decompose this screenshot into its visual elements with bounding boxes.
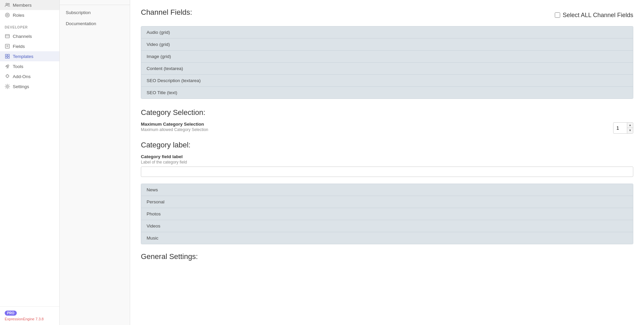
sidebar-channels-item[interactable]: Channels <box>0 31 59 41</box>
sidebar-bottom: PRO ExpressionEngine 7.3.8 <box>0 306 59 325</box>
sidebar-item-label: Tools <box>13 64 23 69</box>
svg-point-3 <box>7 14 8 16</box>
max-category-spinner[interactable]: ▲ ▼ <box>613 122 633 134</box>
sidebar-item-label: Members <box>13 3 32 8</box>
category-label-section: Category label: Category field label Lab… <box>141 141 633 244</box>
svg-rect-6 <box>5 44 9 48</box>
templates-icon <box>5 54 10 59</box>
svg-point-2 <box>5 13 9 17</box>
ee-version: ExpressionEngine 7.3.8 <box>5 317 55 321</box>
tools-icon <box>5 64 10 69</box>
max-category-label: Maximum Category Selection <box>141 122 613 127</box>
field-item[interactable]: Audio (grid) <box>141 26 633 39</box>
fields-icon <box>5 44 10 49</box>
spinner-down-button[interactable]: ▼ <box>627 128 633 133</box>
select-all-label[interactable]: Select ALL Channel Fields <box>555 12 633 19</box>
field-item[interactable]: Image (grid) <box>141 51 633 63</box>
roles-icon <box>5 12 10 18</box>
sidebar: Members Roles DEVELOPER Channels Fields <box>0 0 60 325</box>
developer-section-label: DEVELOPER <box>0 20 59 31</box>
category-label-title: Category label: <box>141 141 633 149</box>
channel-fields-list: Audio (grid) Video (grid) Image (grid) C… <box>141 26 633 99</box>
select-all-checkbox[interactable] <box>555 12 560 18</box>
field-item[interactable]: Video (grid) <box>141 39 633 51</box>
category-selection-title: Category Selection: <box>141 108 633 117</box>
svg-rect-9 <box>5 54 7 56</box>
sidebar-addons-item[interactable]: Add-Ons <box>0 71 59 81</box>
sidebar-members-item[interactable]: Members <box>0 0 59 10</box>
category-field-label: Category field label <box>141 154 633 159</box>
sidebar-roles-item[interactable]: Roles <box>0 10 59 20</box>
sidebar-item-label: Channels <box>13 34 32 39</box>
category-item[interactable]: News <box>141 184 633 196</box>
category-item[interactable]: Music <box>141 232 633 244</box>
sidebar-item-label: Roles <box>13 13 24 18</box>
svg-point-0 <box>6 3 8 5</box>
field-item[interactable]: SEO Description (textarea) <box>141 75 633 87</box>
category-list: News Personal Photos Videos Music <box>141 184 633 244</box>
secondary-item-subscription[interactable]: Subscription <box>60 7 130 18</box>
category-field-input[interactable] <box>141 167 633 177</box>
general-settings-title: General Settings: <box>141 252 633 261</box>
channel-fields-section: Channel Fields: Select ALL Channel Field… <box>141 8 633 99</box>
category-field-label-group: Category field label Label of the catego… <box>141 154 633 177</box>
svg-rect-4 <box>5 35 9 38</box>
svg-point-14 <box>7 86 8 87</box>
category-item[interactable]: Personal <box>141 196 633 208</box>
category-selection-section: Category Selection: Maximum Category Sel… <box>141 108 633 134</box>
svg-rect-10 <box>8 54 9 56</box>
category-field-hint: Label of the category field <box>141 160 633 165</box>
channel-fields-header: Channel Fields: Select ALL Channel Field… <box>141 8 633 22</box>
max-category-input[interactable] <box>613 124 627 132</box>
sidebar-item-label: Fields <box>13 44 25 49</box>
svg-point-1 <box>8 3 9 5</box>
sidebar-settings-item[interactable]: Settings <box>0 81 59 91</box>
max-category-hint: Maximum allowed Category Selection <box>141 127 613 132</box>
sidebar-item-label: Settings <box>13 84 29 89</box>
sidebar-tools-item[interactable]: Tools <box>0 61 59 71</box>
divider <box>60 5 130 5</box>
sidebar-item-label: Add-Ons <box>13 74 31 79</box>
category-item[interactable]: Videos <box>141 220 633 232</box>
members-icon <box>5 2 10 8</box>
max-category-form-group: Maximum Category Selection Maximum allow… <box>141 122 633 134</box>
settings-icon <box>5 84 10 89</box>
sidebar-item-label: Templates <box>13 54 34 59</box>
secondary-item-documentation[interactable]: Documentation <box>60 18 130 29</box>
field-item[interactable]: Content (textarea) <box>141 63 633 75</box>
svg-rect-11 <box>5 57 7 58</box>
channel-fields-title: Channel Fields: <box>141 8 192 17</box>
channels-icon <box>5 34 10 39</box>
field-item[interactable]: SEO Title (text) <box>141 87 633 99</box>
svg-point-13 <box>7 65 9 67</box>
main-content: Channel Fields: Select ALL Channel Field… <box>130 0 644 325</box>
spinner-up-button[interactable]: ▲ <box>627 123 633 128</box>
sidebar-templates-item[interactable]: Templates <box>0 51 59 61</box>
pro-badge: PRO <box>5 311 17 316</box>
addons-icon <box>5 74 10 79</box>
svg-rect-12 <box>8 57 9 58</box>
sidebar-fields-item[interactable]: Fields <box>0 41 59 51</box>
secondary-sidebar: Subscription Documentation <box>60 0 130 325</box>
category-item[interactable]: Photos <box>141 208 633 220</box>
general-settings-section: General Settings: <box>141 252 633 261</box>
